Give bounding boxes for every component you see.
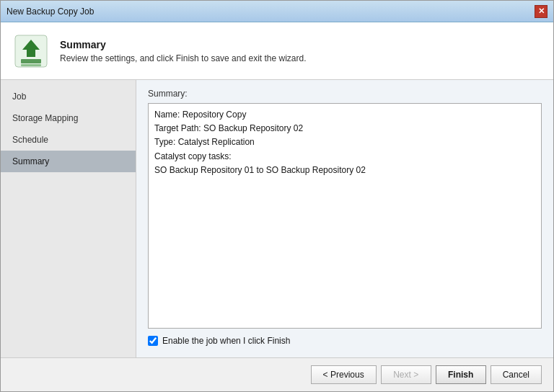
cancel-button[interactable]: Cancel [491, 365, 542, 384]
sidebar-item-summary[interactable]: Summary [1, 151, 136, 172]
header-title: Summary [60, 39, 307, 50]
header-text: Summary Review the settings, and click F… [60, 39, 307, 63]
summary-line-1: Name: Repository Copy [154, 108, 535, 122]
header-description: Review the settings, and click Finish to… [60, 53, 307, 63]
wizard-sidebar: Job Storage Mapping Schedule Summary [1, 80, 136, 357]
previous-button[interactable]: < Previous [311, 365, 377, 384]
finish-button[interactable]: Finish [436, 365, 486, 384]
wizard-footer: < Previous Next > Finish Cancel [1, 357, 553, 391]
wizard-header: Summary Review the settings, and click F… [1, 22, 553, 80]
sidebar-item-storage-mapping[interactable]: Storage Mapping [1, 107, 136, 129]
sidebar-item-schedule[interactable]: Schedule [1, 129, 136, 151]
summary-line-5: SO Backup Repository 01 to SO Backup Rep… [154, 164, 535, 177]
enable-job-checkbox[interactable] [148, 336, 158, 346]
summary-line-2: Target Path: SO Backup Repository 02 [154, 122, 535, 135]
window-title: New Backup Copy Job [6, 6, 94, 17]
title-bar: New Backup Copy Job ✕ [1, 1, 553, 22]
sidebar-item-job[interactable]: Job [1, 86, 136, 107]
summary-content-box: Name: Repository Copy Target Path: SO Ba… [148, 103, 542, 329]
wizard-main-panel: Summary: Name: Repository Copy Target Pa… [136, 80, 553, 357]
next-button[interactable]: Next > [381, 365, 431, 384]
header-icon [12, 32, 50, 70]
summary-line-3: Type: Catalyst Replication [154, 135, 535, 149]
svg-rect-2 [21, 59, 41, 63]
main-window: New Backup Copy Job ✕ Summary Review the… [0, 0, 554, 392]
summary-line-4: Catalyst copy tasks: [154, 150, 535, 164]
content-area: Job Storage Mapping Schedule Summary Sum… [1, 80, 553, 357]
close-button[interactable]: ✕ [535, 5, 548, 18]
svg-rect-3 [21, 64, 41, 66]
enable-job-row: Enable the job when I click Finish [148, 336, 542, 346]
enable-job-label: Enable the job when I click Finish [162, 336, 290, 346]
summary-section-label: Summary: [148, 89, 542, 99]
